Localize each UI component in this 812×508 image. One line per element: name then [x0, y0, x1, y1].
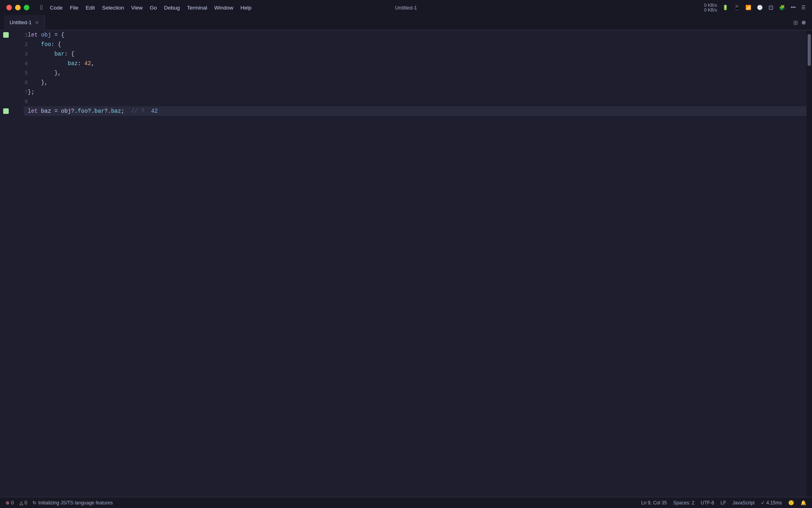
menu-window[interactable]: Window — [214, 5, 234, 11]
token-optchain-3: ?. — [104, 106, 111, 116]
editor-container: 1 2 3 4 5 6 7 — [0, 30, 812, 497]
tab-bar: Untitled-1 ✕ ⊞ — [0, 15, 812, 30]
menu-code[interactable]: Code — [50, 5, 63, 11]
token-colon-2: : { — [51, 40, 61, 49]
ln-col[interactable]: Ln 9, Col 35 — [641, 500, 667, 506]
code-line-3: bar : { — [24, 49, 806, 59]
tab-close-icon[interactable]: ✕ — [35, 20, 39, 25]
more-icon: ••• — [791, 5, 796, 10]
init-status: ↻ Initializing JS/TS language features — [33, 500, 113, 506]
token-42: 42 — [84, 59, 91, 68]
menu-selection[interactable]: Selection — [102, 5, 124, 11]
language[interactable]: JavaScript — [732, 500, 755, 506]
smiley-icon[interactable]: 🙂 — [788, 500, 794, 506]
run-mark-1[interactable] — [3, 32, 9, 38]
scrollbar[interactable] — [806, 30, 812, 497]
bell-icon[interactable]: 🔔 — [801, 500, 806, 506]
code-line-9: let baz = obj ?. foo ?. bar ?. baz ; // … — [24, 106, 806, 116]
run-placeholder-6 — [3, 80, 9, 85]
warn-icon: △ — [19, 500, 23, 506]
split-editor-icon[interactable]: ⊞ — [793, 18, 798, 27]
clock-icon: 🕐 — [757, 5, 763, 10]
scrollbar-thumb[interactable] — [808, 34, 811, 66]
empty-line-8 — [28, 97, 31, 106]
statusbar-right: Ln 9, Col 35 Spaces: 2 UTF-8 LF JavaScri… — [641, 500, 806, 506]
titlebar-right: 0 KB/s0 KB/s 🔋 📱 📶 🕐 ⊡ 🧩 ••• ☰ — [704, 3, 806, 12]
token-colon-3: : { — [64, 49, 74, 59]
token-optchain-1: ?. — [71, 106, 78, 116]
token-bar-9: bar — [94, 106, 104, 116]
gutter-row-6: 6 — [0, 78, 24, 87]
gutter-row-4: 4 — [0, 59, 24, 68]
gutter-row-3: 3 — [0, 49, 24, 59]
code-line-8 — [24, 97, 806, 106]
network-icon: 0 KB/s0 KB/s — [704, 3, 717, 12]
token-optchain-2: ?. — [88, 106, 94, 116]
menu-go[interactable]: Go — [150, 5, 157, 11]
wifi-icon: 📶 — [745, 5, 751, 10]
apple-menu[interactable]:  — [40, 4, 43, 11]
token-close-5: }, — [54, 68, 61, 78]
menu-edit[interactable]: Edit — [86, 5, 95, 11]
code-line-7: }; — [24, 87, 806, 97]
minimize-button[interactable] — [15, 5, 21, 10]
error-count[interactable]: ⊗ 0 — [6, 500, 14, 506]
init-message: Initializing JS/TS language features — [38, 500, 113, 506]
status-dot — [802, 21, 806, 25]
token-comma-4: , — [91, 59, 94, 68]
indent-3 — [28, 49, 54, 59]
gutter: 1 2 3 4 5 6 7 — [0, 30, 24, 497]
spaces[interactable]: Spaces: 2 — [673, 500, 694, 506]
tab-actions: ⊞ — [793, 18, 812, 27]
gutter-row-5: 5 — [0, 68, 24, 78]
token-close-7: }; — [28, 87, 34, 97]
run-mark-9[interactable] — [3, 108, 9, 114]
menu-debug[interactable]: Debug — [164, 5, 180, 11]
phone-icon: 📱 — [734, 5, 740, 10]
token-let-1: let — [28, 30, 38, 40]
run-placeholder-4 — [3, 61, 9, 66]
token-eq-9: = — [54, 106, 61, 116]
token-comment-9: // ? — [124, 106, 151, 116]
code-content[interactable]: let obj = { foo : { bar : { baz : 42 — [24, 30, 806, 497]
token-let-9: let — [28, 106, 38, 116]
warning-count[interactable]: △ 0 — [19, 500, 27, 506]
titlebar-left:  Code File Edit Selection View Go Debug… — [6, 4, 251, 11]
token-space-1 — [38, 30, 41, 40]
traffic-lights — [6, 5, 29, 10]
indent-4 — [28, 59, 68, 68]
close-button[interactable] — [6, 5, 12, 10]
gutter-row-1: 1 — [0, 30, 24, 40]
status-bar: ⊗ 0 △ 0 ↻ Initializing JS/TS language fe… — [0, 497, 812, 508]
indent-2 — [28, 40, 41, 49]
token-bar: bar — [54, 49, 64, 59]
fullscreen-button[interactable] — [24, 5, 29, 10]
token-baz-var: baz — [38, 106, 54, 116]
menu-view[interactable]: View — [131, 5, 143, 11]
menu-file[interactable]: File — [70, 5, 79, 11]
token-semi-9: ; — [121, 106, 124, 116]
token-baz-prop: baz — [68, 59, 78, 68]
battery-icon: 🔋 — [722, 5, 728, 10]
encoding[interactable]: UTF-8 — [701, 500, 714, 506]
menu-help[interactable]: Help — [241, 5, 252, 11]
run-placeholder-2 — [3, 42, 9, 47]
token-baz-9: baz — [111, 106, 121, 116]
titlebar:  Code File Edit Selection View Go Debug… — [0, 0, 812, 15]
warn-number: 0 — [25, 500, 27, 506]
error-icon: ⊗ — [6, 500, 10, 506]
menu-terminal[interactable]: Terminal — [187, 5, 207, 11]
code-line-2: foo : { — [24, 40, 806, 49]
list-icon: ☰ — [801, 5, 806, 10]
cast-icon: ⊡ — [768, 4, 774, 11]
eol[interactable]: LF — [720, 500, 726, 506]
indent-5 — [28, 68, 54, 78]
error-number: 0 — [11, 500, 14, 506]
tab-untitled-1[interactable]: Untitled-1 ✕ — [4, 15, 45, 30]
token-result-9: 42 — [151, 106, 158, 116]
token-foo: foo — [41, 40, 51, 49]
timing: ✓ 4.15ms — [761, 500, 782, 506]
token-eq-1: = { — [51, 30, 65, 40]
menu-bar:  Code File Edit Selection View Go Debug… — [40, 4, 251, 11]
run-placeholder-5 — [3, 70, 9, 76]
